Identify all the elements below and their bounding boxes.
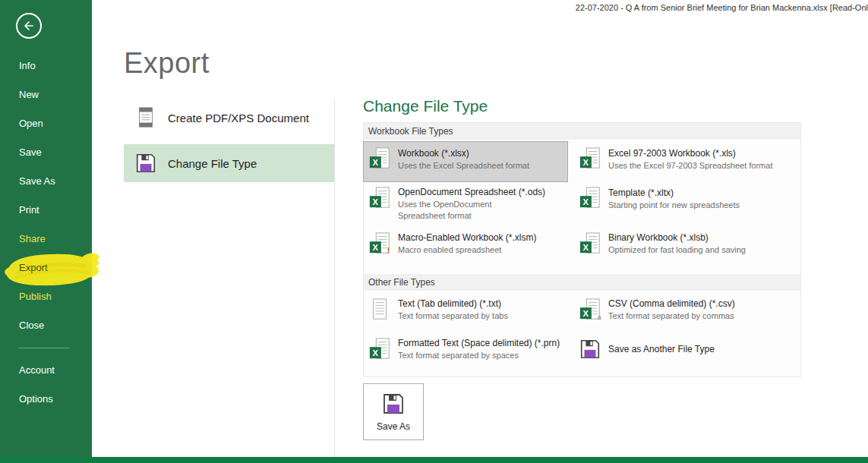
backstage-sidebar: Info New Open Save Save As Print Share E… (0, 0, 92, 457)
vertical-divider (334, 99, 335, 457)
filetype-title: Excel 97-2003 Workbook (*.xls) (608, 148, 772, 159)
option-label: Create PDF/XPS Document (168, 112, 309, 124)
pdf-xps-document-icon (134, 106, 157, 129)
filetype-desc: Starting point for new spreadsheets (608, 200, 740, 211)
filetype-title: Workbook (*.xlsx) (398, 148, 529, 159)
xltx-file-icon (579, 187, 601, 209)
filetype-prn[interactable]: Formatted Text (Space delimited) (*.prn)… (364, 332, 567, 372)
filetype-title: Template (*.xltx) (608, 187, 740, 198)
option-label: Change File Type (168, 157, 257, 170)
filetype-xlsx[interactable]: Workbook (*.xlsx) Uses the Excel Spreads… (364, 142, 567, 181)
status-bar-strip (0, 457, 868, 463)
sidebar-item-share[interactable]: Share (0, 225, 92, 254)
other-file-types-grid: Text (Tab delimited) (*.txt) Text format… (364, 291, 800, 373)
filetype-desc: Uses the Excel Spreadsheet format (398, 160, 529, 172)
filetype-title: Binary Workbook (*.xlsb) (608, 232, 746, 243)
sidebar-item-print[interactable]: Print (0, 196, 92, 225)
filetype-desc: Text format separated by spaces (398, 350, 560, 361)
sidebar-item-account[interactable]: Account (0, 356, 92, 385)
workbook-file-types-grid: Workbook (*.xlsx) Uses the Excel Spreads… (364, 140, 800, 268)
prn-file-icon (368, 338, 391, 361)
txt-file-icon (368, 298, 391, 321)
filetype-ods[interactable]: OpenDocument Spreadsheet (*.ods) Uses th… (364, 181, 567, 227)
ods-file-icon (368, 187, 391, 209)
xlsb-file-icon (579, 232, 601, 255)
xls-file-icon (579, 147, 601, 170)
filetype-desc: Uses the Excel 97-2003 Spreadsheet forma… (608, 160, 772, 172)
sidebar-item-new[interactable]: New (0, 80, 92, 109)
svg-text:!: ! (387, 246, 390, 255)
save-as-button-label: Save As (377, 421, 410, 432)
panel-title: Change File Type (363, 97, 801, 115)
filetype-xls[interactable]: Excel 97-2003 Workbook (*.xls) Uses the … (574, 142, 794, 181)
sidebar-item-info[interactable]: Info (0, 52, 92, 80)
sidebar-item-publish[interactable]: Publish (0, 282, 92, 311)
section-header-workbook: Workbook File Types (364, 123, 800, 140)
file-type-group: Workbook File Types Workbook (*.xlsx) Us… (363, 122, 801, 377)
change-file-type-panel: Change File Type Workbook File Types Wor… (363, 97, 801, 377)
filetype-desc: Text format separated by tabs (398, 310, 508, 322)
page-title: Export (124, 47, 210, 80)
export-options-list: Create PDF/XPS Document Change File Type (124, 99, 334, 190)
change-file-type-icon (134, 152, 157, 175)
sidebar-item-close[interactable]: Close (0, 311, 92, 340)
filetype-desc: Text format separated by commas (608, 310, 735, 322)
filetype-desc: Macro enabled spreadsheet (398, 244, 537, 256)
xlsx-file-icon (368, 147, 391, 170)
csv-file-icon: a, (579, 298, 601, 321)
save-as-button[interactable]: Save As (363, 383, 424, 440)
option-change-file-type[interactable]: Change File Type (124, 144, 334, 182)
sidebar-item-options[interactable]: Options (0, 385, 92, 414)
filetype-txt[interactable]: Text (Tab delimited) (*.txt) Text format… (364, 293, 567, 332)
filetype-save-as-another[interactable]: Save as Another File Type (574, 332, 794, 372)
filetype-title: Text (Tab delimited) (*.txt) (398, 298, 508, 309)
filetype-title: Formatted Text (Space delimited) (*.prn) (398, 338, 560, 348)
filetype-desc: Optimized for fast loading and saving (608, 244, 746, 256)
filetype-desc: Uses the OpenDocument Spreadsheet format (398, 199, 535, 222)
filetype-title: Save as Another File Type (608, 344, 715, 354)
filetype-title: CSV (Comma delimited) (*.csv) (608, 298, 735, 309)
sidebar-divider (19, 348, 69, 348)
sidebar-item-export[interactable]: Export (0, 254, 92, 282)
xlsm-file-icon: ! (368, 232, 391, 255)
option-create-pdf-xps[interactable]: Create PDF/XPS Document (124, 99, 334, 137)
save-as-file-icon (579, 338, 601, 361)
backstage-menu: Info New Open Save Save As Print Share E… (0, 52, 92, 414)
filetype-xltx[interactable]: Template (*.xltx) Starting point for new… (574, 181, 794, 227)
filetype-xlsm[interactable]: ! Macro-Enabled Workbook (*.xlsm) Macro … (364, 227, 567, 266)
filetype-title: Macro-Enabled Workbook (*.xlsm) (398, 232, 537, 243)
filetype-xlsb[interactable]: Binary Workbook (*.xlsb) Optimized for f… (574, 227, 794, 266)
window-title: 22-07-2020 - Q A from Senior Brief Meeti… (576, 3, 868, 12)
back-arrow-icon (21, 18, 36, 33)
sidebar-item-save[interactable]: Save (0, 138, 92, 167)
filetype-title: OpenDocument Spreadsheet (*.ods) (398, 187, 545, 197)
sidebar-item-open[interactable]: Open (0, 109, 92, 138)
sidebar-item-save-as[interactable]: Save As (0, 167, 92, 196)
save-as-floppy-icon (381, 392, 406, 416)
back-button[interactable] (16, 13, 42, 39)
filetype-csv[interactable]: a, CSV (Comma delimited) (*.csv) Text fo… (574, 293, 794, 332)
svg-text:a,: a, (597, 313, 601, 321)
section-header-other: Other File Types (364, 274, 800, 291)
